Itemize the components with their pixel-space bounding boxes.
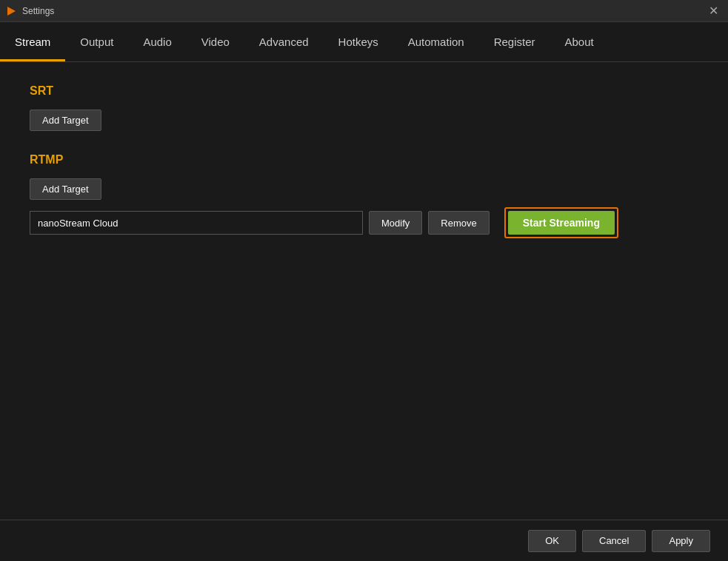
content-area: SRT Add Target RTMP Add Target Modify Re… <box>0 62 728 283</box>
bottom-bar: OK Cancel Apply <box>0 520 728 561</box>
tab-stream[interactable]: Stream <box>0 22 65 61</box>
window-title: Settings <box>22 6 54 16</box>
rtmp-section: RTMP Add Target Modify Remove Start Stre… <box>30 153 698 238</box>
tab-video[interactable]: Video <box>187 22 244 61</box>
rtmp-add-target-button[interactable]: Add Target <box>30 178 101 200</box>
srt-title: SRT <box>30 84 698 98</box>
tab-audio[interactable]: Audio <box>128 22 186 61</box>
tab-output[interactable]: Output <box>65 22 128 61</box>
close-button[interactable]: ✕ <box>704 2 722 20</box>
tab-about[interactable]: About <box>550 22 609 61</box>
title-bar: Settings ✕ <box>0 0 728 22</box>
app-icon <box>6 5 18 17</box>
remove-button[interactable]: Remove <box>428 211 489 235</box>
tab-advanced[interactable]: Advanced <box>244 22 324 61</box>
rtmp-name-field[interactable] <box>30 211 363 235</box>
ok-button[interactable]: OK <box>528 530 576 552</box>
start-streaming-wrapper: Start Streaming <box>504 207 618 238</box>
svg-marker-0 <box>7 7 16 16</box>
srt-add-target-button[interactable]: Add Target <box>30 110 101 131</box>
apply-button[interactable]: Apply <box>652 530 710 552</box>
tab-register[interactable]: Register <box>479 22 550 61</box>
title-bar-left: Settings <box>6 5 54 17</box>
tab-bar: Stream Output Audio Video Advanced Hotke… <box>0 22 728 62</box>
cancel-button[interactable]: Cancel <box>582 530 646 552</box>
rtmp-entry-row: Modify Remove Start Streaming <box>30 207 698 238</box>
tab-hotkeys[interactable]: Hotkeys <box>324 22 393 61</box>
tab-automation[interactable]: Automation <box>393 22 479 61</box>
rtmp-title: RTMP <box>30 153 698 167</box>
modify-button[interactable]: Modify <box>369 211 422 235</box>
srt-section: SRT Add Target <box>30 84 698 131</box>
start-streaming-button[interactable]: Start Streaming <box>508 211 615 235</box>
